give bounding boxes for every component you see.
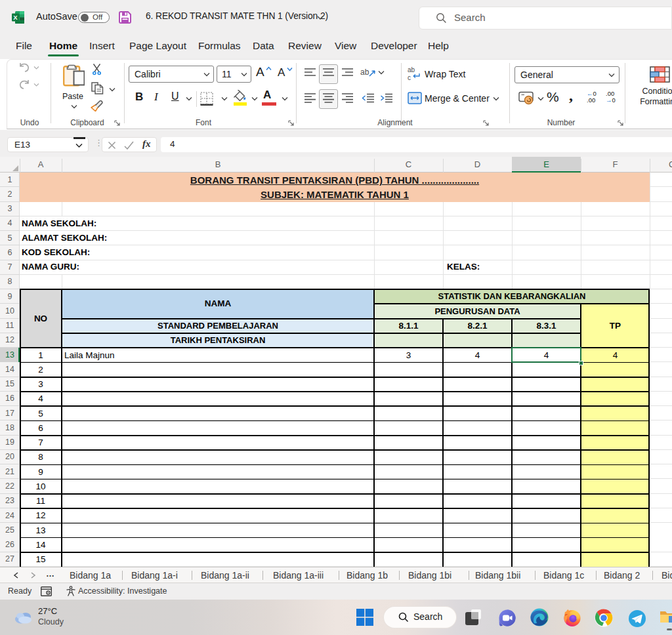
svg-text:ab: ab (408, 66, 415, 73)
svg-text:ab: ab (360, 68, 369, 77)
svg-text:X: X (13, 14, 18, 21)
svg-text:c: c (408, 74, 411, 81)
